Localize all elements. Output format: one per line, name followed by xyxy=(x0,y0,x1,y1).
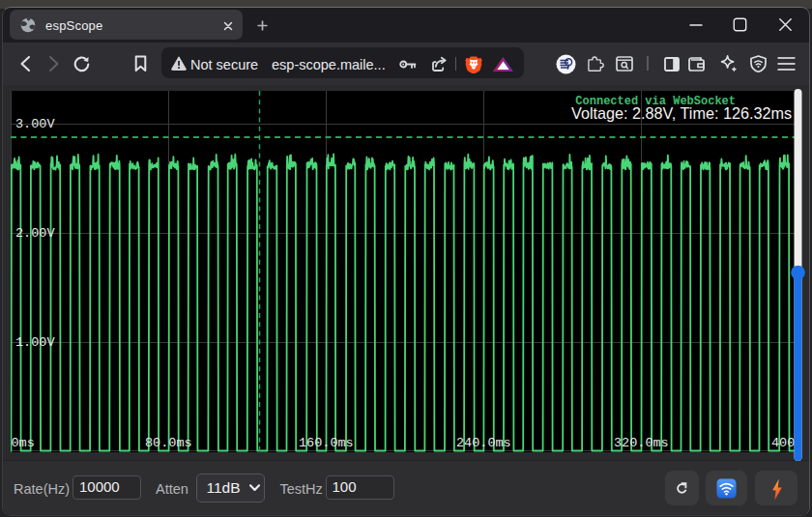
svg-text:1.00V: 1.00V xyxy=(15,335,55,350)
svg-text:160.0ms: 160.0ms xyxy=(299,436,354,450)
svg-text:320.0ms: 320.0ms xyxy=(614,436,669,450)
svg-text:80.0ms: 80.0ms xyxy=(145,436,192,450)
svg-text:0ms: 0ms xyxy=(12,436,35,450)
svg-text:2.00V: 2.00V xyxy=(15,226,55,241)
svg-text:240.0ms: 240.0ms xyxy=(456,436,511,450)
svg-text:3.00V: 3.00V xyxy=(15,117,55,131)
svg-text:Voltage: 2.88V, Time: 126.32ms: Voltage: 2.88V, Time: 126.32ms xyxy=(571,104,792,122)
